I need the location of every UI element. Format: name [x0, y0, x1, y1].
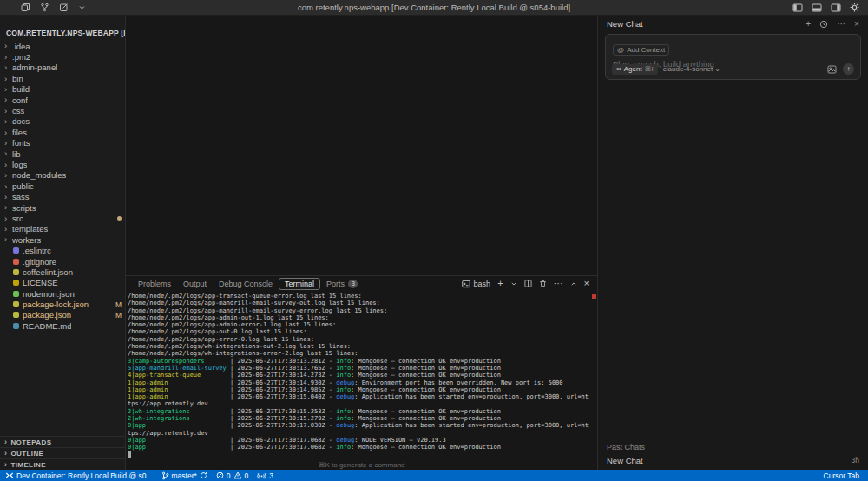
terminal-line: 0|app | 2025-06-27T17:30:17.068Z - info:…	[128, 444, 589, 451]
tree-item-label: package.json	[23, 310, 71, 320]
tree-folder-admin-panel[interactable]: ›admin-panel	[0, 63, 125, 73]
remote-indicator[interactable]: Dev Container: Rently Local Build @ s0..…	[0, 470, 157, 481]
folder-chevron-icon: ›	[4, 203, 12, 212]
panel-tab-ports[interactable]: Ports3	[320, 278, 364, 290]
terminal-line: /home/node/.pm2/logs/wh-integrations-err…	[128, 350, 589, 357]
forwarded-ports-count: 3	[269, 471, 273, 480]
attach-image-icon[interactable]	[827, 65, 837, 74]
cursor-tab-indicator[interactable]: Cursor Tab	[819, 470, 868, 481]
tree-folder-files[interactable]: ›files	[0, 127, 125, 137]
toggle-primary-sidebar-icon[interactable]	[792, 3, 803, 12]
terminal-output[interactable]: /home/node/.pm2/logs/app-transact-queue-…	[128, 293, 589, 458]
chat-title: New Chat	[607, 19, 643, 29]
tree-folder-sass[interactable]: ›sass	[0, 191, 125, 201]
terminal-shell-selector[interactable]: bash	[462, 280, 491, 288]
tree-folder-css[interactable]: ›css	[0, 105, 125, 115]
terminal-line: /home/node/.pm2/logs/app-out-0.log last …	[128, 328, 589, 335]
tree-folder-.idea[interactable]: ›.idea	[0, 41, 125, 51]
sidebar-section-timeline[interactable]: ›TIMELINE	[0, 458, 125, 470]
tree-file-README.md[interactable]: README.md	[0, 320, 125, 331]
agent-mode-selector[interactable]: ∞ Agent ⌘I	[612, 64, 658, 75]
add-context-chip[interactable]: @ Add Context	[613, 44, 669, 56]
toggle-panel-icon[interactable]	[812, 3, 822, 12]
tree-folder-bin[interactable]: ›bin	[0, 73, 125, 83]
file-icon	[13, 259, 19, 265]
errors-icon	[216, 471, 224, 479]
tree-folder-build[interactable]: ›build	[0, 84, 125, 95]
tree-file-LICENSE[interactable]: LICENSE	[0, 278, 125, 288]
new-chat-plus-icon[interactable]: +	[806, 20, 811, 29]
tree-folder-docs[interactable]: ›docs	[0, 116, 125, 127]
tree-folder-workers[interactable]: ›workers	[0, 234, 125, 245]
folder-chevron-icon: ›	[4, 171, 12, 180]
compose-icon[interactable]	[59, 3, 69, 12]
panel-tab-problems[interactable]: Problems	[132, 278, 177, 290]
kill-terminal-trash-icon[interactable]	[539, 280, 547, 287]
model-chevron-icon: ⌄	[714, 65, 720, 73]
folder-chevron-icon: ›	[4, 107, 12, 115]
sidebar-section-outline[interactable]: ›OUTLINE	[0, 447, 125, 458]
tree-folder-node_modules[interactable]: ›node_modules	[0, 170, 125, 181]
tree-folder-public[interactable]: ›public	[0, 181, 125, 191]
tree-folder-lib[interactable]: ›lib	[0, 148, 125, 159]
terminal-scrollbar[interactable]	[591, 293, 596, 458]
panel-tab-label: Output	[183, 280, 207, 288]
tree-folder-templates[interactable]: ›templates	[0, 224, 125, 234]
window-copy-icon[interactable]	[21, 3, 30, 12]
past-chat-item[interactable]: New Chat3h	[598, 453, 868, 467]
terminal-line	[128, 451, 589, 458]
panel-tab-output[interactable]: Output	[177, 278, 213, 290]
file-icon	[13, 280, 19, 286]
toggle-secondary-sidebar-icon[interactable]	[831, 3, 841, 12]
problems-indicator[interactable]: 0 0	[212, 470, 253, 481]
file-icon	[13, 323, 19, 329]
split-terminal-icon[interactable]	[524, 280, 532, 287]
empty-editor-group[interactable]	[126, 16, 597, 275]
chat-close-icon[interactable]: ×	[854, 20, 859, 29]
chat-more-icon[interactable]: ···	[837, 20, 845, 29]
explorer-root-folder[interactable]: COM.RETENTLY.NPS-WEBAPP [DEV ...	[0, 27, 125, 39]
model-selector[interactable]: claude-4-sonnet ⌄	[663, 65, 720, 73]
explorer-sidebar: COM.RETENTLY.NPS-WEBAPP [DEV ... ›.idea›…	[0, 16, 126, 470]
panel-more-actions-icon[interactable]: ···	[554, 279, 563, 288]
tree-file-.eslintrc[interactable]: .eslintrc	[0, 245, 125, 255]
panel-tab-terminal[interactable]: Terminal	[279, 278, 320, 290]
chat-input-box[interactable]: @ Add Context Plan, search, build anythi…	[605, 34, 861, 80]
chevron-down-icon[interactable]	[78, 3, 86, 11]
sidebar-section-notepads[interactable]: ›NOTEPADS	[0, 436, 125, 447]
tree-folder-scripts[interactable]: ›scripts	[0, 202, 125, 213]
tree-folder-.pm2[interactable]: ›.pm2	[0, 51, 125, 62]
close-panel-icon[interactable]: ×	[584, 279, 589, 288]
agent-shortcut: ⌘I	[645, 65, 654, 73]
ports-indicator[interactable]: 3	[253, 470, 278, 481]
git-branch-indicator[interactable]: master*	[157, 470, 212, 481]
chat-history-icon[interactable]	[819, 20, 828, 29]
tree-file-.gitignore[interactable]: .gitignore	[0, 256, 125, 267]
past-chats-list: New Chat3h	[598, 453, 868, 467]
terminal-line: 3|camp-autoresponders | 2025-06-27T17:30…	[128, 358, 589, 365]
tree-folder-conf[interactable]: ›conf	[0, 95, 125, 105]
maximize-panel-icon[interactable]	[570, 280, 577, 287]
git-fork-icon[interactable]	[40, 3, 49, 12]
tree-file-package.json[interactable]: package.jsonM	[0, 310, 125, 320]
tree-folder-logs[interactable]: ›logs	[0, 159, 125, 169]
tree-file-package-lock.json[interactable]: package-lock.jsonM	[0, 299, 125, 309]
tree-folder-fonts[interactable]: ›fonts	[0, 138, 125, 148]
tree-folder-src[interactable]: ›src	[0, 213, 125, 223]
tree-file-coffeelint.json[interactable]: coffeelint.json	[0, 267, 125, 277]
remote-icon	[5, 471, 14, 479]
tree-item-label: package-lock.json	[23, 300, 89, 309]
terminal-dropdown-icon[interactable]	[510, 280, 517, 287]
tree-item-label: .idea	[12, 42, 30, 51]
folder-chevron-icon: ›	[4, 42, 12, 50]
terminal-line: /home/node/.pm2/logs/app-admin-out-1.log…	[128, 314, 589, 321]
send-button[interactable]: ↑	[843, 63, 854, 75]
panel-tab-debug-console[interactable]: Debug Console	[213, 278, 279, 290]
add-context-label: Add Context	[627, 46, 665, 54]
new-terminal-button[interactable]: +	[497, 279, 503, 288]
tree-file-nodemon.json[interactable]: nodemon.json	[0, 288, 125, 299]
ports-count-badge: 3	[348, 280, 358, 288]
folder-chevron-icon: ›	[4, 96, 12, 104]
settings-gear-icon[interactable]	[850, 3, 859, 12]
panel-actions: bash + ··· ×	[462, 279, 589, 288]
